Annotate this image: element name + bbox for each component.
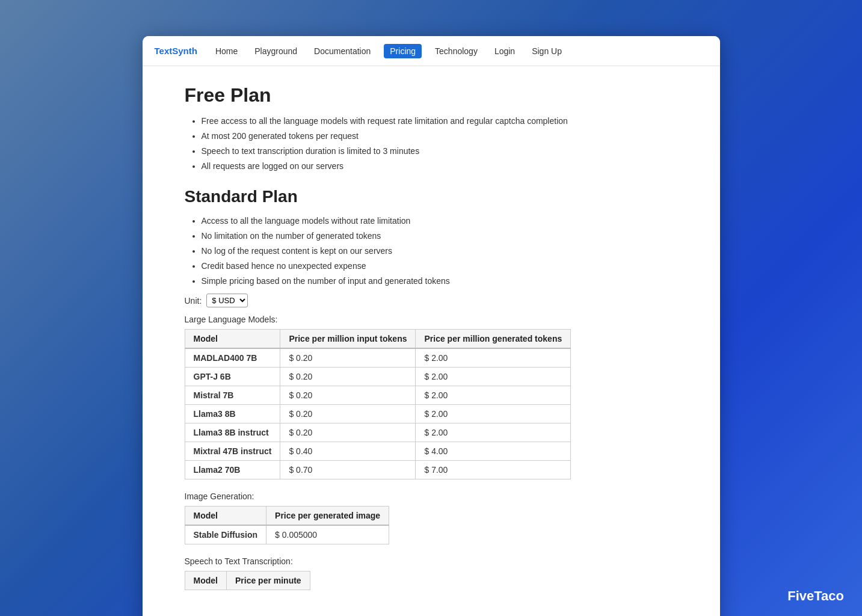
page-content: Free Plan Free access to all the languag… — [143, 66, 720, 616]
navbar: TextSynth Home Playground Documentation … — [143, 36, 720, 66]
image-gen-table: Model Price per generated image Stable D… — [185, 506, 390, 544]
llm-output-price-cell: $ 7.00 — [416, 461, 571, 479]
std-feature-4: Credit based hence no unexpected expense — [202, 260, 678, 273]
table-row: Llama3 8B $ 0.20 $ 2.00 — [185, 405, 571, 424]
llm-input-price-cell: $ 0.20 — [280, 405, 416, 424]
unit-label: Unit: — [185, 296, 202, 306]
speech-label: Speech to Text Transcription: — [185, 556, 678, 566]
free-feature-3: Speech to text transcription duration is… — [202, 145, 678, 158]
llm-model-cell: GPT-J 6B — [185, 368, 280, 386]
free-feature-4: All requests are logged on our servers — [202, 160, 678, 173]
image-table-header-row: Model Price per generated image — [185, 507, 389, 526]
standard-plan-features: Access to all the language models withou… — [185, 215, 678, 288]
std-feature-1: Access to all the language models withou… — [202, 215, 678, 227]
image-gen-label: Image Generation: — [185, 491, 678, 501]
img-col-price: Price per generated image — [266, 507, 389, 526]
llm-output-price-cell: $ 4.00 — [416, 442, 571, 461]
llm-model-cell: Llama3 8B instruct — [185, 424, 280, 442]
llm-model-cell: Mistral 7B — [185, 386, 280, 405]
llm-input-price-cell: $ 0.20 — [280, 348, 416, 368]
llm-col-output: Price per million generated tokens — [416, 330, 571, 349]
free-feature-1: Free access to all the language models w… — [202, 115, 678, 128]
std-feature-3: No log of the request content is kept on… — [202, 245, 678, 257]
llm-model-cell: Llama3 8B — [185, 405, 280, 424]
speech-table: Model Price per minute — [185, 571, 310, 590]
nav-playground[interactable]: Playground — [251, 44, 301, 58]
unit-select[interactable]: $ USD € EUR — [206, 294, 248, 307]
speech-col-price: Price per minute — [226, 571, 310, 590]
free-feature-2: At most 200 generated tokens per request — [202, 130, 678, 143]
llm-input-price-cell: $ 0.20 — [280, 424, 416, 442]
llm-input-price-cell: $ 0.20 — [280, 368, 416, 386]
brand-link[interactable]: TextSynth — [155, 46, 197, 56]
llm-model-cell: Llama2 70B — [185, 461, 280, 479]
llm-input-price-cell: $ 0.70 — [280, 461, 416, 479]
std-feature-5: Simple pricing based on the number of in… — [202, 275, 678, 288]
free-plan-title: Free Plan — [185, 84, 678, 106]
standard-plan-section: Standard Plan Access to all the language… — [185, 187, 678, 590]
main-window: TextSynth Home Playground Documentation … — [143, 36, 720, 616]
img-col-model: Model — [185, 507, 266, 526]
table-row: Llama2 70B $ 0.70 $ 7.00 — [185, 461, 571, 479]
table-row: Mixtral 47B instruct $ 0.40 $ 4.00 — [185, 442, 571, 461]
llm-output-price-cell: $ 2.00 — [416, 368, 571, 386]
table-row: MADLAD400 7B $ 0.20 $ 2.00 — [185, 348, 571, 368]
table-row: Stable Diffusion $ 0.005000 — [185, 525, 389, 544]
llm-output-price-cell: $ 2.00 — [416, 386, 571, 405]
nav-documentation[interactable]: Documentation — [310, 44, 374, 58]
nav-pricing[interactable]: Pricing — [384, 44, 422, 58]
llm-col-input: Price per million input tokens — [280, 330, 416, 349]
std-feature-2: No limitation on the number of generated… — [202, 230, 678, 242]
llm-input-price-cell: $ 0.40 — [280, 442, 416, 461]
nav-login[interactable]: Login — [491, 44, 519, 58]
llm-input-price-cell: $ 0.20 — [280, 386, 416, 405]
llm-model-cell: MADLAD400 7B — [185, 348, 280, 368]
fivetaco-brand: FiveTaco — [787, 588, 844, 604]
llm-table: Model Price per million input tokens Pri… — [185, 329, 571, 479]
speech-table-header-row: Model Price per minute — [185, 571, 310, 590]
llm-col-model: Model — [185, 330, 280, 349]
table-row: Llama3 8B instruct $ 0.20 $ 2.00 — [185, 424, 571, 442]
table-row: GPT-J 6B $ 0.20 $ 2.00 — [185, 368, 571, 386]
nav-technology[interactable]: Technology — [431, 44, 481, 58]
llm-table-header-row: Model Price per million input tokens Pri… — [185, 330, 571, 349]
llm-output-price-cell: $ 2.00 — [416, 405, 571, 424]
unit-selector: Unit: $ USD € EUR — [185, 294, 678, 307]
llm-output-price-cell: $ 2.00 — [416, 348, 571, 368]
standard-plan-title: Standard Plan — [185, 187, 678, 206]
table-row: Mistral 7B $ 0.20 $ 2.00 — [185, 386, 571, 405]
llm-model-cell: Mixtral 47B instruct — [185, 442, 280, 461]
nav-signup[interactable]: Sign Up — [528, 44, 565, 58]
nav-home[interactable]: Home — [212, 44, 241, 58]
speech-col-model: Model — [185, 571, 226, 590]
llm-table-label: Large Language Models: — [185, 315, 678, 324]
img-model-cell: Stable Diffusion — [185, 525, 266, 544]
img-price-cell: $ 0.005000 — [266, 525, 389, 544]
free-plan-section: Free Plan Free access to all the languag… — [185, 84, 678, 173]
llm-output-price-cell: $ 2.00 — [416, 424, 571, 442]
free-plan-features: Free access to all the language models w… — [185, 115, 678, 173]
